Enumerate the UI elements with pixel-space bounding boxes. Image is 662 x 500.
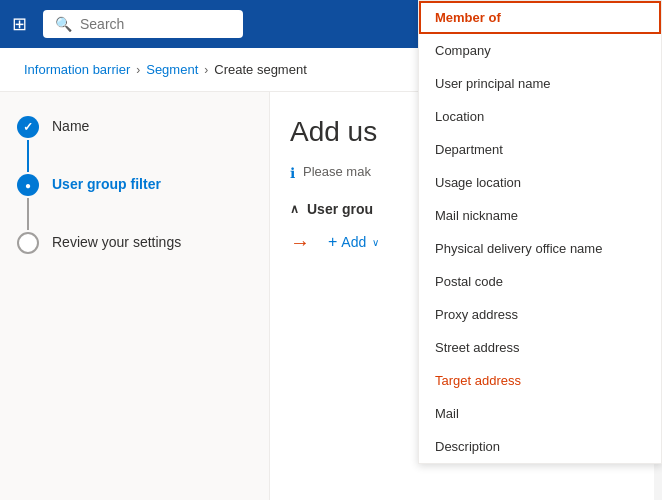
step-circle-user-group: ● [17, 174, 39, 196]
breadcrumb-information-barrier[interactable]: Information barrier [24, 62, 130, 77]
dropdown-item-0[interactable]: Member of [419, 1, 661, 34]
add-plus-icon: + [328, 233, 337, 251]
info-text: Please mak [303, 164, 371, 179]
wizard-step-user-group: ● User group filter [16, 174, 253, 232]
dropdown-item-12[interactable]: Mail [419, 397, 661, 430]
wizard-step-review: Review your settings [16, 232, 253, 254]
dropdown-item-7[interactable]: Physical delivery office name [419, 232, 661, 265]
search-box: 🔍 [43, 10, 243, 38]
step-line-2 [27, 198, 29, 230]
dropdown-item-10[interactable]: Street address [419, 331, 661, 364]
chevron-down-icon: ∨ [372, 237, 379, 248]
dropdown-item-11[interactable]: Target address [419, 364, 661, 397]
add-button[interactable]: + Add ∨ [320, 229, 387, 255]
step-circle-review [17, 232, 39, 254]
chevron-up-icon[interactable]: ∧ [290, 202, 299, 216]
step-label-user-group: User group filter [52, 174, 161, 192]
step-label-review: Review your settings [52, 232, 181, 250]
dropdown-item-8[interactable]: Postal code [419, 265, 661, 298]
wizard-sidebar: ✓ Name ● User group filter Review your s… [0, 92, 270, 500]
step-label-name: Name [52, 116, 89, 134]
dropdown-item-3[interactable]: Location [419, 100, 661, 133]
grid-icon[interactable]: ⊞ [12, 13, 27, 35]
breadcrumb-sep-1: › [136, 63, 140, 77]
dropdown-item-1[interactable]: Company [419, 34, 661, 67]
search-input[interactable] [80, 16, 220, 32]
dropdown-item-5[interactable]: Usage location [419, 166, 661, 199]
dropdown-item-9[interactable]: Proxy address [419, 298, 661, 331]
breadcrumb-segment[interactable]: Segment [146, 62, 198, 77]
section-label: User grou [307, 201, 373, 217]
add-label: Add [341, 234, 366, 250]
dropdown-item-2[interactable]: User principal name [419, 67, 661, 100]
step-indicator-name: ✓ [16, 116, 40, 174]
wizard-steps: ✓ Name ● User group filter Review your s… [16, 116, 253, 254]
wizard-step-name: ✓ Name [16, 116, 253, 174]
dropdown-item-6[interactable]: Mail nickname [419, 199, 661, 232]
breadcrumb-create-segment: Create segment [214, 62, 307, 77]
dropdown-item-13[interactable]: Description [419, 430, 661, 463]
info-icon: ℹ [290, 165, 295, 181]
step-indicator-user-group: ● [16, 174, 40, 232]
arrow-indicator-icon: → [290, 231, 310, 254]
step-line-1 [27, 140, 29, 172]
dropdown-menu: Member ofCompanyUser principal nameLocat… [418, 0, 662, 464]
dropdown-item-4[interactable]: Department [419, 133, 661, 166]
search-icon: 🔍 [55, 16, 72, 32]
step-indicator-review [16, 232, 40, 254]
step-circle-name: ✓ [17, 116, 39, 138]
breadcrumb-sep-2: › [204, 63, 208, 77]
